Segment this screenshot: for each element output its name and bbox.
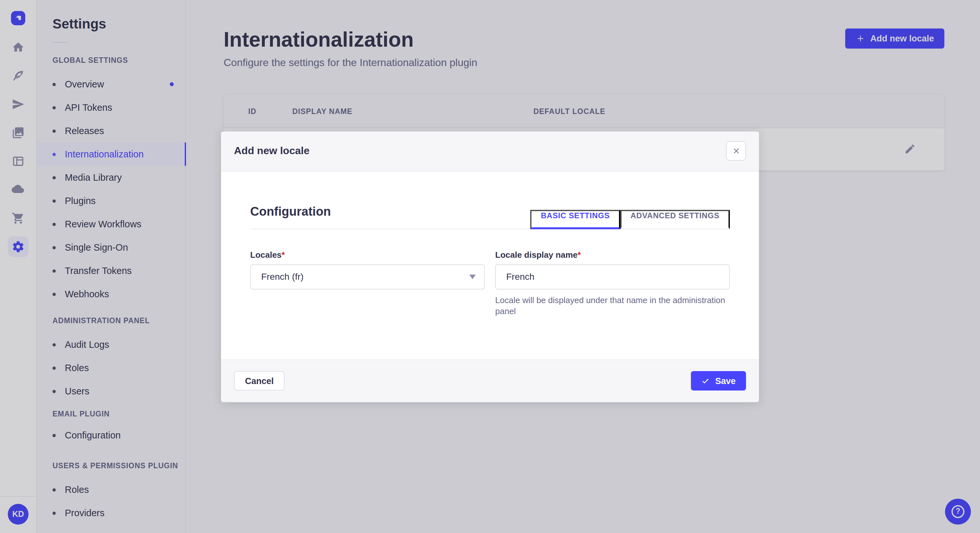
configuration-heading: Configuration: [250, 204, 331, 219]
display-name-helper-text: Locale will be displayed under that name…: [495, 294, 730, 316]
modal-body: Configuration BASIC SETTINGS ADVANCED SE…: [221, 171, 759, 359]
display-name-field: Locale display name* Locale will be disp…: [495, 250, 730, 316]
save-button[interactable]: Save: [691, 371, 746, 390]
display-name-input[interactable]: [495, 264, 730, 289]
check-icon: [702, 377, 710, 385]
locales-select-value: French (fr): [261, 271, 304, 282]
modal-close-button[interactable]: [726, 141, 746, 160]
required-asterisk: *: [578, 250, 581, 259]
modal-footer: Cancel Save: [221, 359, 759, 402]
display-name-label: Locale display name*: [495, 250, 730, 260]
modal-header: Add new locale: [221, 131, 759, 171]
locales-field: Locales* French (fr): [250, 250, 485, 316]
strapi-admin: KD Settings GLOBAL SETTINGS Overview API…: [0, 0, 980, 533]
add-locale-modal: Add new locale Configuration BASIC SETTI…: [221, 131, 759, 402]
tab-basic-settings[interactable]: BASIC SETTINGS: [530, 209, 620, 229]
configuration-tab-row: Configuration BASIC SETTINGS ADVANCED SE…: [250, 204, 730, 229]
modal-title: Add new locale: [234, 145, 310, 157]
modal-wrapper: Add new locale Configuration BASIC SETTI…: [0, 0, 980, 533]
required-asterisk: *: [282, 250, 285, 259]
locales-select[interactable]: French (fr): [250, 264, 485, 289]
form-fields-row: Locales* French (fr) Locale display name…: [250, 250, 730, 316]
chevron-down-icon: [469, 274, 476, 279]
tab-advanced-settings[interactable]: ADVANCED SETTINGS: [620, 209, 730, 229]
close-icon: [732, 147, 740, 155]
cancel-button[interactable]: Cancel: [234, 371, 285, 390]
locales-label: Locales*: [250, 250, 485, 260]
settings-tabs: BASIC SETTINGS ADVANCED SETTINGS: [530, 209, 730, 229]
